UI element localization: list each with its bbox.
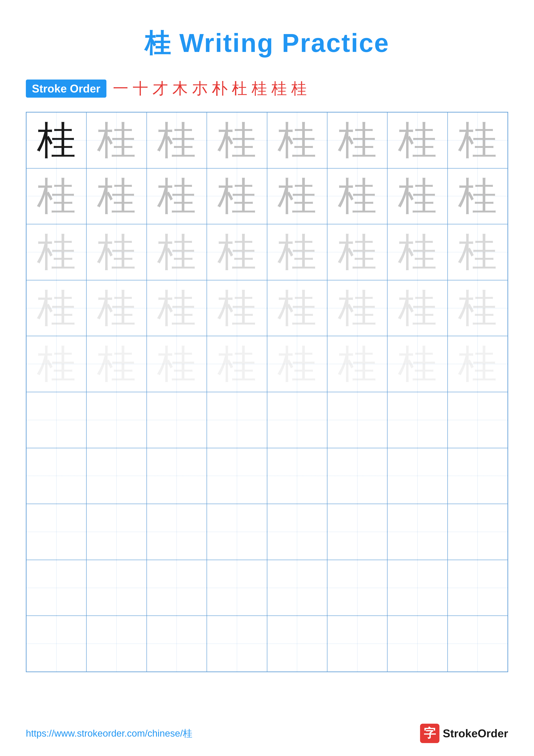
- stroke-9: 桂: [271, 78, 287, 99]
- grid-cell-r9c4[interactable]: [207, 560, 267, 616]
- grid-cell-r6c5[interactable]: [267, 392, 327, 448]
- grid-cell-r7c3[interactable]: [147, 448, 207, 504]
- char-display: 桂: [97, 177, 136, 216]
- grid-cell-r8c6[interactable]: [327, 504, 387, 560]
- grid-cell-r9c8[interactable]: [447, 560, 508, 616]
- grid-cell-r7c4[interactable]: [207, 448, 267, 504]
- stroke-4: 木: [172, 78, 188, 99]
- stroke-8: 桂: [252, 78, 267, 99]
- grid-cell-r7c7[interactable]: [387, 448, 447, 504]
- grid-cell-r7c2[interactable]: [87, 448, 146, 504]
- char-display: 桂: [97, 289, 136, 328]
- grid-cell-r3c3: 桂: [147, 224, 207, 280]
- grid-cell-r1c1: 桂: [26, 112, 87, 168]
- grid-cell-r8c7[interactable]: [387, 504, 447, 560]
- char-display: 桂: [37, 289, 76, 328]
- grid-cell-r1c7: 桂: [387, 112, 447, 168]
- grid-cell-r2c1: 桂: [26, 168, 87, 224]
- stroke-order-badge: Stroke Order: [26, 80, 106, 97]
- stroke-sequence: 一 十 才 木 朩 朴 杜 桂 桂 桂: [113, 78, 307, 99]
- grid-cell-r8c3[interactable]: [147, 504, 207, 560]
- char-display: 桂: [398, 345, 437, 383]
- char-display: 桂: [398, 121, 437, 160]
- grid-cell-r10c2[interactable]: [87, 616, 146, 672]
- grid-cell-r10c5[interactable]: [267, 616, 327, 672]
- grid-cell-r1c5: 桂: [267, 112, 327, 168]
- char-display: 桂: [217, 345, 256, 383]
- grid-cell-r5c3: 桂: [147, 336, 207, 392]
- grid-cell-r7c8[interactable]: [447, 448, 508, 504]
- char-display: 桂: [37, 177, 76, 216]
- grid-cell-r9c7[interactable]: [387, 560, 447, 616]
- grid-cell-r9c6[interactable]: [327, 560, 387, 616]
- grid-cell-r5c5: 桂: [267, 336, 327, 392]
- grid-cell-r3c4: 桂: [207, 224, 267, 280]
- grid-cell-r5c6: 桂: [327, 336, 387, 392]
- grid-cell-r2c3: 桂: [147, 168, 207, 224]
- char-display: 桂: [458, 233, 497, 272]
- grid-cell-r2c8: 桂: [447, 168, 508, 224]
- grid-cell-r7c1[interactable]: [26, 448, 87, 504]
- grid-cell-r4c6: 桂: [327, 280, 387, 336]
- char-display: 桂: [278, 177, 317, 216]
- grid-cell-r6c1[interactable]: [26, 392, 87, 448]
- grid-cell-r8c2[interactable]: [87, 504, 146, 560]
- grid-cell-r8c4[interactable]: [207, 504, 267, 560]
- grid-cell-r6c7[interactable]: [387, 392, 447, 448]
- grid-cell-r5c7: 桂: [387, 336, 447, 392]
- page-title: 桂 Writing Practice: [26, 26, 508, 61]
- stroke-order-row: Stroke Order 一 十 才 木 朩 朴 杜 桂 桂 桂: [26, 78, 508, 99]
- char-display: 桂: [217, 177, 256, 216]
- grid-cell-r5c1: 桂: [26, 336, 87, 392]
- grid-cell-r4c4: 桂: [207, 280, 267, 336]
- grid-cell-r9c3[interactable]: [147, 560, 207, 616]
- char-display: 桂: [157, 177, 196, 216]
- grid-cell-r4c2: 桂: [87, 280, 146, 336]
- grid-cell-r9c5[interactable]: [267, 560, 327, 616]
- grid-cell-r3c2: 桂: [87, 224, 146, 280]
- char-display: 桂: [338, 233, 377, 272]
- grid-cell-r6c2[interactable]: [87, 392, 146, 448]
- char-display: 桂: [157, 121, 196, 160]
- grid-cell-r8c1[interactable]: [26, 504, 87, 560]
- grid-cell-r10c6[interactable]: [327, 616, 387, 672]
- grid-cell-r9c2[interactable]: [87, 560, 146, 616]
- char-display: 桂: [37, 345, 76, 383]
- char-display: 桂: [157, 289, 196, 328]
- grid-cell-r9c1[interactable]: [26, 560, 87, 616]
- stroke-5: 朩: [192, 78, 208, 99]
- page: 桂 Writing Practice Stroke Order 一 十 才 木 …: [0, 0, 534, 756]
- footer-logo-icon: 字: [420, 724, 440, 743]
- char-display: 桂: [37, 233, 76, 272]
- grid-cell-r2c4: 桂: [207, 168, 267, 224]
- footer-url[interactable]: https://www.strokeorder.com/chinese/桂: [26, 727, 192, 740]
- stroke-3: 才: [153, 78, 168, 99]
- grid-cell-r7c6[interactable]: [327, 448, 387, 504]
- grid-cell-r2c5: 桂: [267, 168, 327, 224]
- char-display: 桂: [458, 345, 497, 383]
- grid-cell-r6c4[interactable]: [207, 392, 267, 448]
- char-display: 桂: [338, 289, 377, 328]
- char-display: 桂: [217, 289, 256, 328]
- grid-cell-r6c3[interactable]: [147, 392, 207, 448]
- grid-cell-r10c8[interactable]: [447, 616, 508, 672]
- grid-cell-r6c6[interactable]: [327, 392, 387, 448]
- char-display: 桂: [278, 345, 317, 383]
- char-display: 桂: [398, 233, 437, 272]
- grid-cell-r6c8[interactable]: [447, 392, 508, 448]
- grid-cell-r7c5[interactable]: [267, 448, 327, 504]
- stroke-10: 桂: [291, 78, 307, 99]
- grid-cell-r4c5: 桂: [267, 280, 327, 336]
- grid-cell-r10c1[interactable]: [26, 616, 87, 672]
- footer: https://www.strokeorder.com/chinese/桂 字 …: [26, 724, 508, 743]
- grid-cell-r3c6: 桂: [327, 224, 387, 280]
- grid-cell-r10c7[interactable]: [387, 616, 447, 672]
- grid-cell-r4c8: 桂: [447, 280, 508, 336]
- grid-cell-r10c3[interactable]: [147, 616, 207, 672]
- grid-cell-r8c5[interactable]: [267, 504, 327, 560]
- grid-cell-r8c8[interactable]: [447, 504, 508, 560]
- char-display: 桂: [398, 177, 437, 216]
- grid-cell-r1c2: 桂: [87, 112, 146, 168]
- grid-cell-r2c7: 桂: [387, 168, 447, 224]
- grid-cell-r10c4[interactable]: [207, 616, 267, 672]
